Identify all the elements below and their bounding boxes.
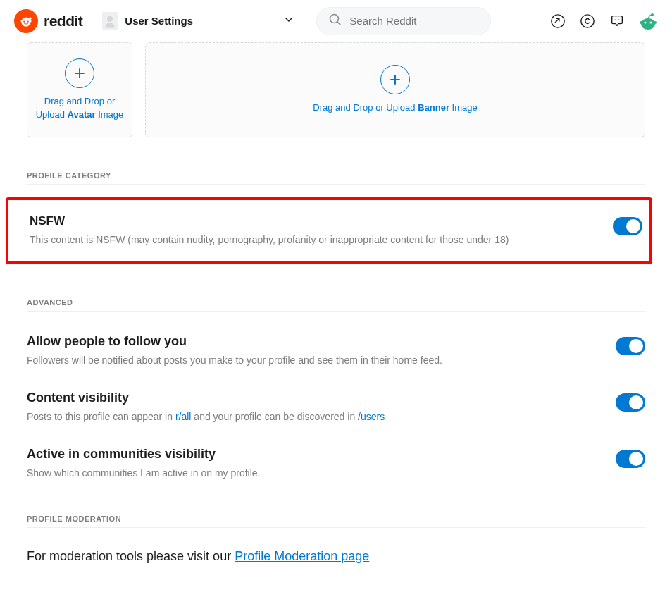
main-content: Drag and Drop or Upload Avatar Image Dra… <box>0 42 672 592</box>
setting-desc: This content is NSFW (may contain nudity… <box>30 233 523 247</box>
nsfw-toggle[interactable] <box>613 217 642 235</box>
search-input[interactable] <box>349 15 479 27</box>
follow-toggle[interactable] <box>616 337 645 355</box>
svg-point-13 <box>645 21 647 23</box>
upload-banner-label: Drag and Drop or Upload Banner Image <box>313 101 477 114</box>
svg-point-4 <box>20 20 23 22</box>
setting-desc: Show which communities I am active in on… <box>27 466 520 481</box>
section-advanced: ADVANCED <box>27 298 645 312</box>
link-rall[interactable]: r/all <box>175 411 192 422</box>
active-communities-toggle[interactable] <box>616 450 645 468</box>
plus-icon <box>380 65 410 94</box>
nav-dropdown[interactable]: User Settings <box>91 12 302 30</box>
svg-point-10 <box>615 19 616 20</box>
content-visibility-toggle[interactable] <box>616 393 645 412</box>
search-icon <box>328 13 342 30</box>
svg-point-15 <box>651 13 654 16</box>
upload-avatar-label: Drag and Drop or Upload Avatar Image <box>35 95 125 121</box>
setting-desc: Posts to this profile can appear in r/al… <box>27 409 520 424</box>
svg-point-12 <box>641 18 655 30</box>
svg-point-8 <box>552 14 564 27</box>
logo[interactable]: reddit <box>14 9 82 33</box>
svg-point-2 <box>27 20 29 22</box>
upload-banner-box[interactable]: Drag and Drop or Upload Banner Image <box>145 42 645 137</box>
setting-title: Active in communities visibility <box>27 447 587 462</box>
snoo-mascot-icon[interactable] <box>638 12 658 30</box>
moderation-text: For moderation tools please visit our Pr… <box>27 549 645 564</box>
svg-point-14 <box>650 21 652 23</box>
svg-point-1 <box>23 20 25 22</box>
svg-point-6 <box>107 16 113 21</box>
section-profile-moderation: PROFILE MODERATION <box>27 515 645 528</box>
svg-point-9 <box>581 14 594 27</box>
coins-icon[interactable] <box>579 13 596 30</box>
svg-point-16 <box>640 21 642 24</box>
upload-row: Drag and Drop or Upload Avatar Image Dra… <box>27 42 645 137</box>
brand-text: reddit <box>44 13 82 30</box>
link-users[interactable]: /users <box>358 411 385 422</box>
setting-active-communities: Active in communities visibility Show wh… <box>27 447 645 481</box>
nav-label: User Settings <box>125 15 193 27</box>
setting-follow: Allow people to follow you Followers wil… <box>27 334 645 368</box>
reddit-logo-icon <box>14 9 38 33</box>
svg-point-17 <box>654 21 657 24</box>
nsfw-highlight: NSFW This content is NSFW (may contain n… <box>6 197 652 264</box>
popular-icon[interactable] <box>549 13 566 30</box>
upload-avatar-box[interactable]: Drag and Drop or Upload Avatar Image <box>27 42 132 137</box>
profile-moderation-link[interactable]: Profile Moderation page <box>235 549 369 563</box>
setting-nsfw: NSFW This content is NSFW (may contain n… <box>30 214 642 247</box>
svg-point-11 <box>618 19 619 20</box>
search-box[interactable] <box>316 7 491 35</box>
setting-desc: Followers will be notified about posts y… <box>27 353 520 368</box>
section-profile-category: PROFILE CATEGORY <box>27 171 645 185</box>
svg-point-5 <box>30 20 32 22</box>
chevron-down-icon <box>275 15 302 27</box>
setting-content-visibility: Content visibility Posts to this profile… <box>27 390 645 424</box>
header: reddit User Settings <box>0 0 672 42</box>
chat-icon[interactable] <box>609 13 626 30</box>
setting-title: Allow people to follow you <box>27 334 587 349</box>
search-container <box>316 7 491 35</box>
header-actions <box>549 12 658 30</box>
setting-title: NSFW <box>30 214 585 228</box>
setting-title: Content visibility <box>27 390 587 405</box>
user-avatar-icon <box>102 12 118 30</box>
plus-icon <box>65 58 94 88</box>
